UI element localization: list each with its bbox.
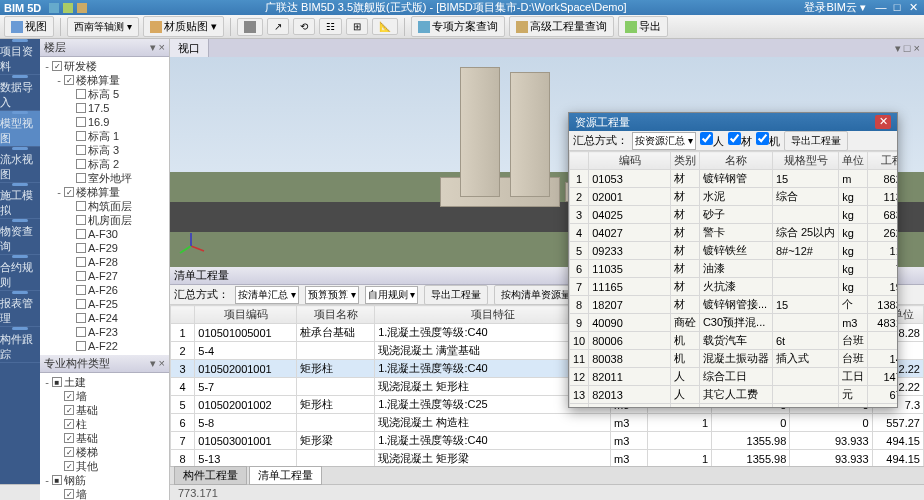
toolbar-tool5[interactable]: ⊞ [346,18,368,35]
res-filter-person[interactable]: 人 [700,132,724,149]
maximize-button[interactable]: □ [890,1,904,14]
tree-item[interactable]: A-F23 [42,325,167,339]
qty-res-button[interactable]: 按构清单资源量 [494,285,578,305]
tree-item[interactable]: 17.5 [42,101,167,115]
tree-item[interactable]: 标高 1 [42,129,167,143]
tree-item[interactable]: 构筑面层 [42,199,167,213]
toolbar-export[interactable]: 导出 [618,16,668,37]
res-export-button[interactable]: 导出工程量 [784,131,848,151]
tree-item[interactable]: 室外地坪 [42,171,167,185]
status-value: 773.171 [178,487,218,499]
toolbar-view[interactable]: 视图 [4,16,54,37]
qty-export-button[interactable]: 导出工程量 [424,285,488,305]
tree-item[interactable]: 标高 3 [42,143,167,157]
tree-item[interactable]: 机房面层 [42,213,167,227]
tree-item[interactable]: A-F28 [42,255,167,269]
qty-rule-select[interactable]: 自用规则 ▾ [365,286,419,304]
leftnav-物资查询[interactable]: 物资查询 [0,219,40,255]
toolbar-query2[interactable]: 高级工程量查询 [509,16,614,37]
toolbar-query1[interactable]: 专项方案查询 [411,16,505,37]
toolbar-tool3[interactable]: ⟲ [293,18,315,35]
res-row[interactable]: 509233材镀锌铁丝8#~12#kg11.8353.8545.56 [570,242,898,260]
tree-item[interactable]: -■钢筋 [42,473,167,487]
tree-item[interactable]: A-F24 [42,311,167,325]
tree-item[interactable]: 标高 2 [42,157,167,171]
qty-mode-select[interactable]: 按清单汇总 ▾ [235,286,299,304]
toolbar-material[interactable]: 材质贴图 ▾ [143,16,224,37]
res-row[interactable]: 1080006机载货汽车6t台班03890 [570,332,898,350]
tree-item[interactable]: ✓基础 [42,403,167,417]
tree-item[interactable]: ✓柱 [42,417,167,431]
leftnav-数据导入[interactable]: 数据导入 [0,75,40,111]
tree-item[interactable]: 标高 5 [42,87,167,101]
res-row[interactable]: 940090商砼C30预拌混...m34831.7134101981002.39 [570,314,898,332]
minimize-button[interactable]: — [874,1,888,14]
res-row[interactable]: 611035材油漆kg7.37911.6586.03 [570,260,898,278]
qty-row[interactable]: 85-13现浇混凝土 矩形梁m311355.9893.933494.15 [171,450,924,467]
tree-item[interactable]: A-F25 [42,297,167,311]
leftnav-合约规则[interactable]: 合约规则 [0,255,40,291]
bottom-tab-component[interactable]: 构件工程量 [174,466,247,485]
leftnav-构件跟踪[interactable]: 构件跟踪 [0,327,40,363]
svg-line-1 [180,246,191,253]
resource-qty-window[interactable]: 资源工程量 ✕ 汇总方式： 按资源汇总 ▾ 人 材 机 导出工程量 编码类别名称… [568,112,898,408]
leftnav-模型视图[interactable]: 模型视图 [0,111,40,147]
res-row[interactable]: 1484004机其他材料费元31746.666131746.65 [570,404,898,408]
res-row[interactable]: 1180038机混凝土振动器插入式台班14.5644806990.72 [570,350,898,368]
tree-item[interactable]: ✓其他 [42,459,167,473]
toolbar-camera[interactable]: 西南等轴测 ▾ [67,17,139,37]
tree-item[interactable]: ✓墙 [42,487,167,500]
filter-panel-title: 专业构件类型 [44,356,110,371]
res-row[interactable]: 818207材镀锌钢管接...15个1383.8410.52719.6 [570,296,898,314]
res-row[interactable]: 711165材火抗漆kg19.4434.6790.8 [570,278,898,296]
tree-item[interactable]: -✓楼梯算量 [42,73,167,87]
res-row[interactable]: 304025材砂子kg683.0440.0427.32 [570,206,898,224]
resource-close-button[interactable]: ✕ [875,115,891,129]
leftnav-报表管理[interactable]: 报表管理 [0,291,40,327]
res-row[interactable]: 1282011人综合工日工日147.09132.534784.88 [570,368,898,386]
left-nav: 项目资料数据导入模型视图流水视图施工模拟物资查询合约规则报表管理构件跟踪 [0,39,40,484]
tree-item[interactable]: -✓楼梯算量 [42,185,167,199]
tree-item[interactable]: A-F27 [42,269,167,283]
res-row[interactable]: 101053材镀锌钢管15m862.2593.993440.41 [570,170,898,188]
leftnav-项目资料[interactable]: 项目资料 [0,39,40,75]
tree-item[interactable]: ✓墙 [42,389,167,403]
resource-table[interactable]: 编码类别名称规格型号单位工程量单价合价(元) 101053材镀锌钢管15m862… [569,151,897,407]
toolbar-tool4[interactable]: ☷ [319,18,342,35]
toolbar-tool1[interactable] [237,18,263,36]
qty-panel-title: 清单工程量 [174,268,229,283]
orientation-gizmo[interactable] [176,231,206,261]
bottom-tab-list[interactable]: 清单工程量 [249,466,322,485]
tree-item[interactable]: A-F30 [42,227,167,241]
tree-item[interactable]: A-F26 [42,283,167,297]
leftnav-流水视图[interactable]: 流水视图 [0,147,40,183]
tree-item[interactable]: ✓基础 [42,431,167,445]
res-mode-select[interactable]: 按资源汇总 ▾ [632,132,696,150]
toolbar-tool6[interactable]: 📐 [372,18,398,35]
tree-item[interactable]: -✓研发楼 [42,59,167,73]
res-row[interactable]: 1382013人其它人工费元67.628167.63 [570,386,898,404]
res-row[interactable]: 404027材警卡综合 25以内kg262.0590.45117.93 [570,224,898,242]
res-filter-material[interactable]: 材 [728,132,752,149]
qty-row[interactable]: 7010503001001矩形梁1.混凝土强度等级:C40m31355.9893… [171,432,924,450]
window-title: 广联达 BIM5D 3.5旗舰版(正式版) - [BIM5D项目集市-D:\Wo… [87,0,804,15]
res-filter-machine[interactable]: 机 [756,132,780,149]
res-row[interactable]: 202001材水泥综合kg113.2770.3741.91 [570,188,898,206]
main-toolbar: 视图 西南等轴测 ▾ 材质贴图 ▾ ↗ ⟲ ☷ ⊞ 📐 专项方案查询 高级工程量… [0,15,924,39]
tree-item[interactable]: 16.9 [42,115,167,129]
qty-row[interactable]: 65-8现浇混凝土 构造柱m3100557.27 [171,414,924,432]
cloud-login[interactable]: 登录BIM云 ▾ [804,0,866,15]
toolbar-tool2[interactable]: ↗ [267,18,289,35]
floor-tree[interactable]: -✓研发楼-✓楼梯算量标高 517.516.9标高 1标高 3标高 2室外地坪-… [40,57,169,355]
tree-item[interactable]: A-F22 [42,339,167,353]
tree-item[interactable]: A-F29 [42,241,167,255]
viewport-tab[interactable]: 视口 [170,39,209,58]
close-button[interactable]: ✕ [906,1,920,14]
tree-item[interactable]: -■土建 [42,375,167,389]
filter-tree[interactable]: -■土建✓墙✓基础✓柱✓基础✓楼梯✓其他-■钢筋✓墙✓门窗洞✓梁✓柱✓基础✓其他… [40,373,169,500]
qty-budget-select[interactable]: 预算预算 ▾ [305,286,359,304]
tree-item[interactable]: ✓楼梯 [42,445,167,459]
floor-panel-title: 楼层 [44,40,66,55]
quick-icons[interactable] [49,3,87,13]
leftnav-施工模拟[interactable]: 施工模拟 [0,183,40,219]
